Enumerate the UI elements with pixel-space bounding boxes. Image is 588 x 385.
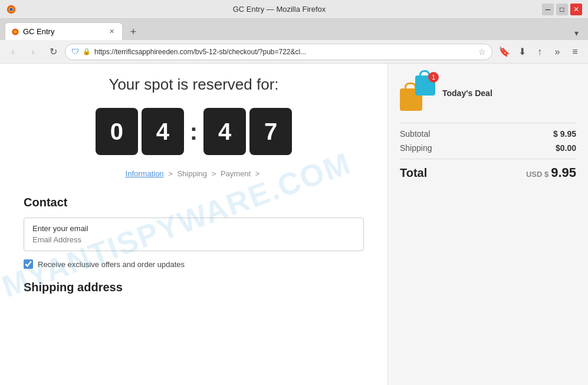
forward-button[interactable]: › — [25, 44, 41, 60]
subtotal-row: Subtotal $ 9.95 — [400, 129, 576, 139]
menu-button[interactable]: ≡ — [567, 44, 583, 60]
divider-2 — [400, 159, 576, 159]
url-bar[interactable]: 🛡 🔒 https://terrificsapphireeden.com/bv5… — [65, 44, 492, 60]
svg-point-2 — [9, 8, 12, 11]
countdown-digit-4: 7 — [249, 108, 292, 155]
breadcrumb-information[interactable]: Information — [126, 169, 164, 178]
countdown-colon: : — [190, 119, 198, 145]
countdown-digit-2: 4 — [142, 108, 184, 155]
offers-checkbox-row: Receive exclusive offers and order updat… — [24, 259, 364, 269]
breadcrumb-shipping: Shipping — [177, 169, 207, 178]
email-input-wrapper[interactable]: Enter your email — [24, 218, 364, 251]
active-tab[interactable]: GC Entry ✕ — [5, 22, 123, 40]
email-input[interactable] — [32, 235, 355, 244]
back-button[interactable]: ‹ — [5, 44, 21, 60]
shipping-label: Shipping — [400, 143, 432, 153]
nav-actions: 🔖 ⬇ ↑ » ≡ — [496, 44, 583, 60]
maximize-button[interactable]: □ — [556, 4, 568, 15]
total-row: Total USD $9.95 — [400, 165, 576, 180]
new-tab-button[interactable]: + — [125, 24, 142, 40]
shipping-row: Shipping $0.00 — [400, 143, 576, 153]
shield-icon: 🛡 — [71, 47, 79, 56]
sidebar: 1 Today's Deal Subtotal $ 9.95 Shipping … — [387, 64, 588, 385]
cart-badge: 1 — [428, 72, 439, 83]
shipping-section-title: Shipping address — [24, 281, 364, 294]
page-content: MYANTISPYWARE.COM Your spot is reserved … — [0, 64, 588, 385]
product-image: 1 — [400, 75, 435, 111]
bookmark-star-icon[interactable]: ☆ — [478, 47, 486, 57]
extensions-button[interactable]: » — [549, 44, 566, 60]
tab-overflow-button[interactable]: ▾ — [570, 26, 583, 40]
total-currency: USD $ — [526, 170, 548, 179]
total-value: USD $9.95 — [526, 165, 576, 180]
tab-close-button[interactable]: ✕ — [107, 27, 116, 37]
breadcrumb: Information > Shipping > Payment > — [24, 169, 364, 178]
breadcrumb-payment: Payment — [221, 169, 251, 178]
offers-checkbox[interactable] — [24, 259, 33, 269]
email-input-label: Enter your email — [32, 224, 355, 233]
tab-label: GC Entry — [23, 27, 54, 36]
firefox-icon — [6, 4, 17, 15]
main-content: Your spot is reserved for: 0 4 : 4 7 Inf… — [0, 64, 387, 385]
total-label: Total — [400, 166, 427, 180]
offers-checkbox-label: Receive exclusive offers and order updat… — [38, 260, 185, 269]
close-button[interactable]: ✕ — [570, 4, 582, 15]
tab-favicon — [11, 28, 19, 36]
minimize-button[interactable]: ─ — [542, 4, 554, 15]
countdown-digit-1: 0 — [96, 108, 138, 155]
lock-icon: 🔒 — [83, 48, 91, 55]
title-bar: GC Entry — Mozilla Firefox ─ □ ✕ — [0, 0, 588, 19]
svg-point-4 — [14, 30, 17, 34]
shopping-bags-icon: 1 — [400, 75, 435, 111]
download-button[interactable]: ⬇ — [514, 44, 530, 60]
contact-section-title: Contact — [24, 196, 364, 209]
divider-1 — [400, 123, 576, 123]
breadcrumb-sep-2: > — [212, 169, 216, 178]
shipping-value: $0.00 — [556, 143, 576, 153]
window-title: GC Entry — Mozilla Firefox — [233, 5, 326, 14]
order-summary: 1 Today's Deal Subtotal $ 9.95 Shipping … — [400, 75, 576, 180]
subtotal-value: $ 9.95 — [553, 129, 576, 139]
tab-bar: GC Entry ✕ + ▾ — [0, 19, 588, 40]
countdown-digit-3: 4 — [203, 108, 246, 155]
url-text: https://terrificsapphireeden.com/bv5-12-… — [94, 48, 475, 56]
total-amount: 9.95 — [551, 165, 576, 180]
countdown-container: 0 4 : 4 7 — [24, 108, 364, 155]
bookmark-button[interactable]: 🔖 — [496, 44, 513, 60]
subtotal-label: Subtotal — [400, 129, 430, 139]
breadcrumb-sep-1: > — [168, 169, 173, 178]
breadcrumb-sep-3: > — [255, 169, 260, 178]
share-button[interactable]: ↑ — [531, 44, 548, 60]
product-row: 1 Today's Deal — [400, 75, 576, 111]
product-name: Today's Deal — [442, 88, 492, 98]
window-controls: ─ □ ✕ — [542, 4, 582, 15]
reservation-title: Your spot is reserved for: — [24, 75, 364, 94]
nav-bar: ‹ › ↻ 🛡 🔒 https://terrificsapphireeden.c… — [0, 40, 588, 64]
reload-button[interactable]: ↻ — [45, 44, 61, 60]
